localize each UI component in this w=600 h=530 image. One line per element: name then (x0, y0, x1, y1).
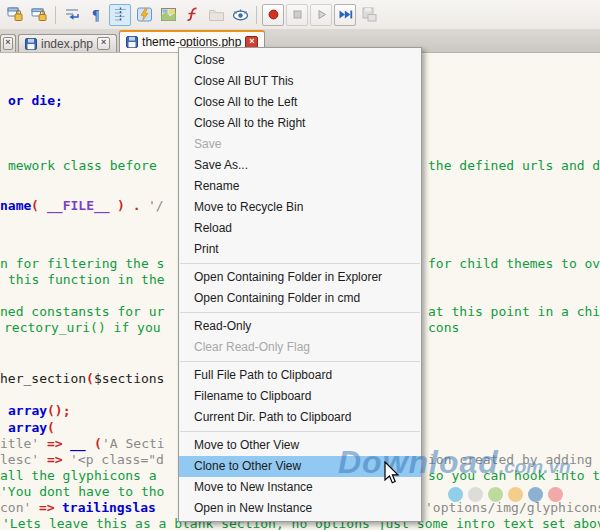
code-text: ion created by adding a (428, 452, 600, 467)
code-text: itle' (0, 436, 39, 451)
code-text: $sections (94, 371, 164, 386)
menu-item-open-containing-folder-in-cmd[interactable]: Open Containing Folder in cmd (179, 288, 421, 309)
code-text: => (47, 436, 63, 451)
code-text: ( (31, 198, 39, 213)
menu-item-clear-read-only-flag: Clear Read-Only Flag (179, 337, 421, 358)
menu-item-close-all-but-this[interactable]: Close All BUT This (179, 71, 421, 92)
code-text: => (39, 500, 55, 515)
word-wrap-button[interactable] (61, 4, 83, 26)
macro-record-icon (265, 6, 282, 23)
macro-stop-button (286, 4, 308, 26)
code-text: array (8, 420, 47, 435)
watermark-dot (448, 487, 463, 502)
macro-play-button (310, 4, 332, 26)
menu-separator (180, 431, 420, 432)
macro-stop-icon (289, 6, 306, 23)
function-list-button[interactable] (181, 4, 203, 26)
code-text: lesc' (0, 452, 39, 467)
tab-context-menu: CloseClose All BUT ThisClose All to the … (178, 47, 422, 522)
code-text: the defined urls and d (428, 158, 600, 173)
watermark-dot (528, 487, 543, 502)
watermark-dot (488, 487, 503, 502)
menu-item-close-all-to-the-right[interactable]: Close All to the Right (179, 113, 421, 134)
menu-item-rename[interactable]: Rename (179, 176, 421, 197)
toolbar-separator (256, 6, 257, 24)
watermark-dot (548, 487, 563, 502)
code-text: '/ (148, 198, 164, 213)
macro-run-multiple-button[interactable] (334, 4, 356, 26)
document-map-icon (160, 6, 177, 23)
menu-item-reload[interactable]: Reload (179, 218, 421, 239)
code-text: cons (428, 320, 459, 335)
document-map-button[interactable] (157, 4, 179, 26)
macro-run-multiple-icon (337, 6, 354, 23)
tab-label: index.php (41, 37, 93, 51)
macro-record-button[interactable] (262, 4, 284, 26)
code-text: ned constansts for ur (0, 304, 164, 319)
menu-item-filename-to-clipboard[interactable]: Filename to Clipboard (179, 386, 421, 407)
code-text: ( (86, 371, 94, 386)
function-list-icon (184, 6, 201, 23)
code-text: __FILE__ (47, 198, 110, 213)
user-define-dialog-icon (136, 6, 153, 23)
code-text: array (8, 403, 47, 418)
menu-item-move-to-other-view[interactable]: Move to Other View (179, 435, 421, 456)
menu-item-close-all-to-the-left[interactable]: Close All to the Left (179, 92, 421, 113)
menu-item-move-to-new-instance[interactable]: Move to New Instance (179, 477, 421, 498)
menu-item-print[interactable]: Print (179, 239, 421, 260)
menu-item-open-containing-folder-in-explorer[interactable]: Open Containing Folder in Explorer (179, 267, 421, 288)
menu-item-clone-to-other-view[interactable]: Clone to Other View (179, 456, 421, 477)
show-indent-guide-icon (112, 6, 129, 23)
code-text: rectory_uri() if you (4, 320, 161, 335)
code-text: ( (47, 420, 55, 435)
tab-close-icon[interactable]: × (3, 37, 13, 50)
folder-as-workspace-icon (208, 6, 225, 23)
tab-close-icon[interactable]: × (97, 37, 110, 50)
show-indent-guide-button[interactable] (109, 4, 131, 26)
sync-vertical-scrolling-button[interactable] (4, 4, 26, 26)
code-text: at this point in a child (428, 304, 600, 319)
code-text: trailingslas (62, 500, 156, 515)
menu-item-open-in-new-instance[interactable]: Open in New Instance (179, 498, 421, 519)
code-text: all the glyphicons a (0, 468, 157, 483)
code-text: mework class before (8, 158, 157, 173)
menu-item-current-dir-path-to-clipboard[interactable]: Current Dir. Path to Clipboard (179, 407, 421, 428)
code-text: __ (70, 436, 86, 451)
sync-horizontal-scrolling-button[interactable] (28, 4, 50, 26)
tab-index-php[interactable]: index.php× (18, 34, 117, 52)
saved-file-icon (25, 38, 37, 50)
svg-text:¶: ¶ (92, 8, 100, 23)
code-text: this function in the (8, 272, 165, 287)
code-text: 'options/img/glyphicons, (425, 500, 600, 515)
tab-partial[interactable]: × (0, 34, 16, 52)
watermark-dot (468, 487, 483, 502)
code-text: name (0, 198, 31, 213)
menu-separator (180, 361, 420, 362)
sync-vertical-scrolling-icon (7, 6, 24, 23)
show-all-characters-button[interactable]: ¶ (85, 4, 107, 26)
code-text: ( (94, 436, 102, 451)
code-text: '<p class="d (70, 452, 164, 467)
code-text: con' (0, 500, 31, 515)
code-text: or die; (8, 93, 63, 108)
menu-item-full-file-path-to-clipboard[interactable]: Full File Path to Clipboard (179, 365, 421, 386)
toolbar: ¶ (0, 0, 600, 30)
code-text: (); (47, 403, 70, 418)
code-text: ) . (117, 198, 140, 213)
menu-item-save-as[interactable]: Save As... (179, 155, 421, 176)
menu-item-close[interactable]: Close (179, 50, 421, 71)
macro-save-icon (361, 6, 378, 23)
menu-separator (180, 263, 420, 264)
folder-as-workspace-button (205, 4, 227, 26)
menu-item-move-to-recycle-bin[interactable]: Move to Recycle Bin (179, 197, 421, 218)
code-text: so you can hook into th (428, 468, 600, 483)
menu-item-read-only[interactable]: Read-Only (179, 316, 421, 337)
menu-item-save: Save (179, 134, 421, 155)
sync-horizontal-scrolling-icon (31, 6, 48, 23)
code-text: 'You dont have to tho (0, 484, 164, 499)
user-define-dialog-button[interactable] (133, 4, 155, 26)
code-text: her_section (0, 371, 86, 386)
show-all-characters-icon: ¶ (88, 6, 105, 23)
macro-play-icon (313, 6, 330, 23)
document-monitoring-button[interactable] (229, 4, 251, 26)
